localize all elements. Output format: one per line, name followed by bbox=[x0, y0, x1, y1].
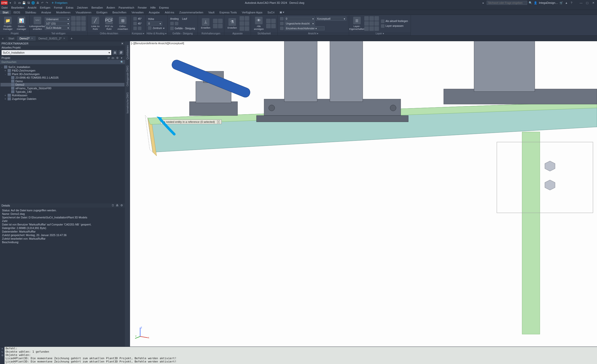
qat-open-icon[interactable]: 🗁 bbox=[18, 1, 21, 5]
rohr-ico-1[interactable] bbox=[213, 19, 218, 23]
tree-item[interactable]: +P&ID-Zeichnungen bbox=[1, 69, 124, 72]
menu-bemassen[interactable]: Bemaßen bbox=[91, 6, 103, 9]
new-tab-button[interactable]: + bbox=[68, 36, 75, 41]
teil-ico-8[interactable] bbox=[76, 26, 81, 31]
ucs-icon[interactable]: Z X Y bbox=[135, 326, 150, 339]
hoehe-val[interactable]: 0▾ bbox=[147, 21, 162, 26]
projekt-manager-button[interactable]: 📁Projekt- manager bbox=[2, 17, 14, 30]
menu-parametrisch[interactable]: Parametrisch bbox=[119, 6, 134, 9]
rail-orthogonale[interactable]: Orthogonale DWG bbox=[126, 63, 130, 89]
details-ico-2[interactable]: 🖶 bbox=[116, 203, 119, 207]
tree-item[interactable]: +Rohrklassen bbox=[1, 94, 124, 97]
pm-sect-ico-2[interactable]: 🗁 bbox=[111, 56, 115, 60]
pm-combo-ico1[interactable]: 🖶 bbox=[112, 50, 117, 55]
layer-ico-1[interactable] bbox=[364, 16, 369, 21]
rail-quelldateien[interactable]: Quelldateien bbox=[126, 43, 130, 62]
pcf-zu-rohr-button[interactable]: PCFPCF zu Rohr bbox=[103, 17, 115, 30]
pm-combo-ico2[interactable]: 🗐 bbox=[118, 50, 123, 55]
autodesk-icon[interactable]: ▲ bbox=[565, 1, 568, 5]
linie-zu-rohr-button[interactable]: ╱Linie zu Rohr bbox=[89, 17, 102, 30]
cart-icon[interactable]: 🛒 bbox=[560, 1, 563, 5]
teil-dd-unbenannt[interactable]: Unbenannt▾ bbox=[45, 17, 70, 21]
app-ico-2[interactable] bbox=[245, 16, 249, 21]
ribbon-tab-modellieren[interactable]: Modellieren bbox=[54, 10, 73, 14]
layer-ico-8[interactable] bbox=[369, 26, 374, 31]
cmd-recent-icon[interactable]: ↻ bbox=[1, 351, 3, 353]
tree-item[interactable]: -SuCri_Installation bbox=[1, 65, 124, 69]
share-button[interactable]: ✈ Freigeben bbox=[52, 1, 68, 5]
teil-dd-size[interactable]: 1/2" (15)▾ bbox=[45, 21, 70, 26]
layereigenschaften-button[interactable]: ≣Layer- Eigenschaften bbox=[351, 17, 363, 30]
teil-ico-5[interactable] bbox=[76, 21, 81, 26]
sicht-ico-4[interactable] bbox=[271, 24, 276, 28]
viewport[interactable]: [–][Benutzerdefinierte Ansicht][Konzeptu… bbox=[130, 41, 597, 347]
menu-zeichnen[interactable]: Zeichnen bbox=[77, 6, 88, 9]
file-tab-demo2su[interactable]: Demo2_SU021_2*✕ bbox=[36, 36, 68, 41]
help-search-input[interactable] bbox=[487, 1, 527, 5]
rohr-ico-4[interactable] bbox=[218, 24, 223, 28]
rohr-erstellen-button[interactable]: ⊥Erstellen bbox=[199, 18, 212, 29]
menu-bearbeiten[interactable]: Bearbeiten bbox=[11, 6, 24, 9]
ribbon-tab-einfuegen[interactable]: Einfügen bbox=[94, 10, 110, 14]
anstieg-row[interactable]: Anstieg Lauf bbox=[169, 16, 196, 21]
alle-anzeigen-button[interactable]: 👁Alle anzeigen bbox=[252, 17, 265, 30]
cmd-close-icon[interactable]: ✕ bbox=[1, 347, 3, 350]
layer-ico-3[interactable] bbox=[374, 16, 379, 21]
sicht-ico-2[interactable] bbox=[271, 19, 276, 23]
leitungsverlauf-button[interactable]: 〰Leitungsverlauf erstellen bbox=[31, 17, 44, 30]
teil-ico-6[interactable] bbox=[81, 21, 86, 26]
file-tab-demo2[interactable]: Demo2*✕ bbox=[17, 36, 36, 41]
layer-ico-6[interactable] bbox=[374, 21, 379, 26]
qat-new-icon[interactable]: 🗋 bbox=[13, 1, 17, 5]
ribbon-tab-vault[interactable]: Vault bbox=[206, 10, 217, 14]
layer-ico-4[interactable] bbox=[364, 21, 369, 26]
teil-ico-1[interactable] bbox=[71, 16, 76, 21]
ribbon-tab-beschriften[interactable]: Beschriften bbox=[110, 10, 129, 14]
ribbon-tab-apps[interactable]: Verfügbare Apps bbox=[239, 10, 265, 14]
layer-aktuell[interactable]: Als aktuell festlegen bbox=[380, 19, 409, 24]
minimize-button[interactable]: — bbox=[578, 1, 584, 5]
teil-ico-2[interactable] bbox=[76, 16, 81, 21]
tree-item[interactable]: Typicals_140 bbox=[1, 90, 124, 94]
rail-isometrische[interactable]: Isometrische DWG bbox=[126, 90, 130, 116]
app-ico-6[interactable] bbox=[245, 26, 249, 31]
ribbon-tab-isos[interactable]: ISOS bbox=[11, 10, 23, 14]
qat-redo-icon[interactable]: ↷ bbox=[45, 1, 49, 5]
file-tabs-menu-icon[interactable]: ≡ bbox=[0, 36, 6, 41]
menu-datei[interactable]: Datei bbox=[2, 6, 8, 9]
ribbon-tab-zusammen[interactable]: Zusammenarbeiten bbox=[177, 10, 206, 14]
qat-undo-icon[interactable]: ↶ bbox=[40, 1, 44, 5]
teil-ico-7[interactable] bbox=[71, 26, 76, 31]
ribbon-tab-more[interactable]: ▣ ▾ bbox=[277, 10, 287, 14]
layer-ico-2[interactable] bbox=[369, 16, 374, 21]
ansicht-row1[interactable]: Ungesicherte Ansicht▾ bbox=[279, 21, 347, 26]
cmd-config-icon[interactable]: ⚙ bbox=[1, 354, 4, 357]
sicht-ico-1[interactable] bbox=[266, 19, 271, 23]
tree-item[interactable]: -Plant 3D-Zeichnungen bbox=[1, 72, 124, 76]
rohr-ico-3[interactable] bbox=[213, 24, 218, 28]
tree-item[interactable]: Demo bbox=[1, 79, 124, 83]
ribbon-tab-sucri[interactable]: SuCri bbox=[265, 10, 277, 14]
layer-ico-5[interactable] bbox=[369, 21, 374, 26]
zentrum-button[interactable]: Zentrum▾ bbox=[147, 26, 165, 30]
menu-einfuegen[interactable]: Einfügen bbox=[40, 6, 50, 9]
pm-sect-ico-4[interactable]: ▾ bbox=[120, 56, 123, 60]
help-search-back-icon[interactable]: ▸ bbox=[482, 1, 485, 5]
maximize-button[interactable]: ▢ bbox=[584, 1, 590, 5]
pm-project-combo[interactable]: SuCri_Installation▾ bbox=[2, 50, 111, 55]
qat-save-icon[interactable]: 💾 bbox=[22, 1, 26, 5]
ribbon-tab-addins[interactable]: Add-ins bbox=[162, 10, 177, 14]
app-ico-5[interactable] bbox=[240, 26, 244, 31]
file-tab-start[interactable]: Start bbox=[6, 36, 17, 41]
pm-sect-ico-1[interactable]: ⟳ bbox=[107, 56, 111, 60]
tree-item[interactable]: Demo2 bbox=[1, 83, 124, 86]
tree-item[interactable]: 23-0996-40-TDM005-R0.1-LA0105 bbox=[1, 76, 124, 79]
kompass-3[interactable] bbox=[132, 26, 143, 31]
close-tab-icon[interactable]: ✕ bbox=[63, 37, 65, 40]
rohr-ico-2[interactable] bbox=[218, 19, 223, 23]
close-tab-icon[interactable]: ✕ bbox=[31, 37, 33, 40]
app-ico-4[interactable] bbox=[245, 21, 249, 26]
sicht-ico-3[interactable] bbox=[266, 24, 271, 28]
pm-close-icon[interactable]: ✕ bbox=[121, 42, 123, 45]
qat-web-icon[interactable]: 🌐 bbox=[31, 1, 35, 5]
